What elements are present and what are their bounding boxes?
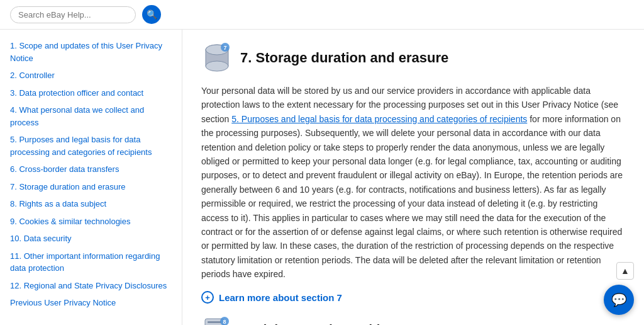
sidebar-item-8[interactable]: 8. Rights as a data subject — [10, 195, 172, 213]
plus-icon: + — [205, 293, 210, 302]
section-7-header: 7 7. Storage duration and erasure — [201, 42, 625, 74]
chat-icon: 💬 — [611, 292, 627, 307]
svg-rect-7 — [208, 321, 221, 323]
section-8-preview: 8 8. Rights as a data subject — [201, 314, 625, 325]
plus-circle-icon: + — [201, 291, 214, 304]
sidebar-item-3[interactable]: 3. Data protection officer and contact — [10, 84, 172, 102]
search-container — [10, 6, 136, 23]
chat-button[interactable]: 💬 — [604, 285, 634, 315]
section-7: 7 7. Storage duration and erasure Your p… — [201, 42, 625, 304]
section-7-title: 7. Storage duration and erasure — [240, 50, 448, 66]
sidebar-item-9[interactable]: 9. Cookies & similar technologies — [10, 213, 172, 231]
sidebar-item-prev[interactable]: Previous User Privacy Notice — [10, 294, 172, 312]
scroll-up-button[interactable]: ▲ — [616, 262, 634, 280]
sidebar-item-1[interactable]: 1. Scope and updates of this User Privac… — [10, 37, 172, 67]
sidebar-item-5[interactable]: 5. Purposes and legal basis for data pro… — [10, 131, 172, 161]
body-text-after-link: for more information on the processing p… — [201, 114, 623, 279]
section5-link[interactable]: 5. Purposes and legal basis for data pro… — [231, 114, 527, 124]
sidebar-item-10[interactable]: 10. Data security — [10, 230, 172, 248]
sidebar-item-11[interactable]: 11. Other important information regardin… — [10, 248, 172, 277]
svg-point-2 — [206, 61, 228, 71]
search-button[interactable]: 🔍 — [142, 5, 161, 24]
section-7-icon: 7 — [201, 42, 233, 74]
sidebar: 1. Scope and updates of this User Privac… — [0, 30, 182, 325]
chevron-up-icon: ▲ — [621, 266, 630, 276]
sidebar-item-12[interactable]: 12. Regional and State Privacy Disclosur… — [10, 277, 172, 295]
sidebar-item-4[interactable]: 4. What personal data we collect and pro… — [10, 101, 172, 131]
search-icon: 🔍 — [147, 9, 157, 20]
section-8-header: 8 8. Rights as a data subject — [201, 314, 625, 325]
section-7-body: Your personal data will be stored by us … — [201, 84, 625, 281]
top-bar: 🔍 — [0, 0, 644, 30]
learn-more-section7[interactable]: + Learn more about section 7 — [201, 291, 625, 304]
sidebar-item-7[interactable]: 7. Storage duration and erasure — [10, 178, 172, 196]
content-area: 7 7. Storage duration and erasure Your p… — [182, 30, 644, 325]
learn-more-label: Learn more about section 7 — [219, 292, 342, 303]
search-input[interactable] — [18, 10, 113, 20]
sidebar-item-6[interactable]: 6. Cross-border data transfers — [10, 161, 172, 178]
section-8-title: 8. Rights as a data subject — [240, 322, 398, 325]
sidebar-item-2[interactable]: 2. Controller — [10, 67, 172, 84]
svg-text:7: 7 — [223, 45, 226, 51]
svg-text:8: 8 — [223, 319, 226, 325]
section-8-icon: 8 — [201, 314, 233, 325]
